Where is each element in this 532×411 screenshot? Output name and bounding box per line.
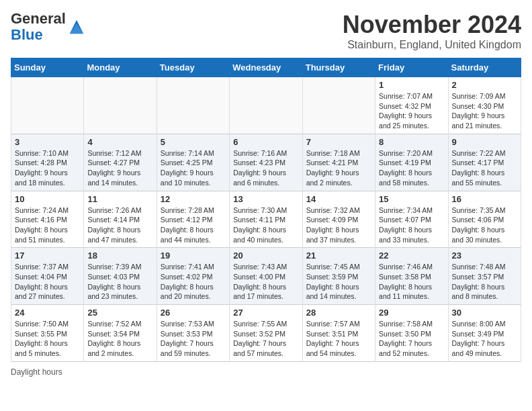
calendar-cell: 6Sunrise: 7:16 AMSunset: 4:23 PMDaylight…: [230, 134, 302, 191]
calendar-weekday-header: Monday: [84, 58, 157, 77]
title-area: November 2024 Stainburn, England, United…: [343, 11, 521, 51]
day-detail: Sunrise: 7:24 AMSunset: 4:16 PMDaylight:…: [15, 205, 80, 245]
day-number: 9: [452, 137, 517, 147]
calendar-cell: 14Sunrise: 7:32 AMSunset: 4:09 PMDayligh…: [302, 191, 375, 248]
location-title: Stainburn, England, United Kingdom: [343, 39, 521, 51]
calendar-cell: 27Sunrise: 7:55 AMSunset: 3:52 PMDayligh…: [230, 305, 302, 362]
day-number: 27: [233, 308, 298, 318]
calendar-cell: [11, 77, 84, 134]
day-number: 15: [379, 194, 444, 204]
calendar-cell: 17Sunrise: 7:37 AMSunset: 4:04 PMDayligh…: [11, 248, 84, 305]
day-detail: Sunrise: 7:09 AMSunset: 4:30 PMDaylight:…: [452, 91, 517, 131]
day-detail: Sunrise: 7:50 AMSunset: 3:55 PMDaylight:…: [15, 319, 80, 359]
day-number: 26: [161, 308, 226, 318]
calendar-cell: 24Sunrise: 7:50 AMSunset: 3:55 PMDayligh…: [11, 305, 84, 362]
calendar-weekday-header: Thursday: [302, 58, 375, 77]
day-number: 1: [379, 80, 444, 90]
day-number: 28: [306, 308, 371, 318]
calendar-header-row: SundayMondayTuesdayWednesdayThursdayFrid…: [11, 58, 521, 77]
day-detail: Sunrise: 7:26 AMSunset: 4:14 PMDaylight:…: [87, 205, 152, 245]
day-detail: Sunrise: 7:14 AMSunset: 4:25 PMDaylight:…: [161, 148, 226, 188]
day-detail: Sunrise: 7:48 AMSunset: 3:57 PMDaylight:…: [452, 262, 517, 302]
day-number: 4: [87, 137, 152, 147]
calendar-cell: 8Sunrise: 7:20 AMSunset: 4:19 PMDaylight…: [375, 134, 448, 191]
month-title: November 2024: [343, 11, 521, 39]
calendar-cell: 29Sunrise: 7:58 AMSunset: 3:50 PMDayligh…: [375, 305, 448, 362]
day-number: 2: [452, 80, 517, 90]
calendar-cell: 9Sunrise: 7:22 AMSunset: 4:17 PMDaylight…: [448, 134, 521, 191]
day-number: 8: [379, 137, 444, 147]
day-number: 30: [452, 308, 517, 318]
day-number: 22: [379, 250, 444, 261]
day-number: 13: [233, 194, 298, 204]
day-number: 23: [452, 250, 517, 261]
day-number: 20: [233, 250, 298, 261]
calendar-week-row: 24Sunrise: 7:50 AMSunset: 3:55 PMDayligh…: [11, 305, 521, 362]
day-detail: Sunrise: 7:12 AMSunset: 4:27 PMDaylight:…: [87, 148, 152, 188]
calendar-cell: 18Sunrise: 7:39 AMSunset: 4:03 PMDayligh…: [84, 248, 157, 305]
day-detail: Sunrise: 7:16 AMSunset: 4:23 PMDaylight:…: [233, 148, 298, 188]
day-detail: Sunrise: 7:18 AMSunset: 4:21 PMDaylight:…: [306, 148, 371, 188]
calendar-cell: 23Sunrise: 7:48 AMSunset: 3:57 PMDayligh…: [448, 248, 521, 305]
day-number: 17: [15, 250, 80, 261]
day-detail: Sunrise: 7:53 AMSunset: 3:53 PMDaylight:…: [161, 319, 226, 359]
day-number: 29: [379, 308, 444, 318]
day-number: 14: [306, 194, 371, 204]
calendar-cell: [230, 77, 302, 134]
day-detail: Sunrise: 7:43 AMSunset: 4:00 PMDaylight:…: [233, 262, 298, 302]
calendar-cell: 30Sunrise: 8:00 AMSunset: 3:49 PMDayligh…: [448, 305, 521, 362]
day-detail: Sunrise: 7:52 AMSunset: 3:54 PMDaylight:…: [87, 319, 152, 359]
calendar-week-row: 17Sunrise: 7:37 AMSunset: 4:04 PMDayligh…: [11, 248, 521, 305]
day-detail: Sunrise: 7:58 AMSunset: 3:50 PMDaylight:…: [379, 319, 444, 359]
calendar-cell: 10Sunrise: 7:24 AMSunset: 4:16 PMDayligh…: [11, 191, 84, 248]
calendar-cell: 16Sunrise: 7:35 AMSunset: 4:06 PMDayligh…: [448, 191, 521, 248]
calendar-week-row: 10Sunrise: 7:24 AMSunset: 4:16 PMDayligh…: [11, 191, 521, 248]
day-detail: Sunrise: 7:39 AMSunset: 4:03 PMDaylight:…: [87, 262, 152, 302]
calendar-cell: 28Sunrise: 7:57 AMSunset: 3:51 PMDayligh…: [302, 305, 375, 362]
day-number: 12: [161, 194, 226, 204]
day-detail: Sunrise: 7:57 AMSunset: 3:51 PMDaylight:…: [306, 319, 371, 359]
calendar-cell: 2Sunrise: 7:09 AMSunset: 4:30 PMDaylight…: [448, 77, 521, 134]
calendar-cell: 21Sunrise: 7:45 AMSunset: 3:59 PMDayligh…: [302, 248, 375, 305]
calendar-weekday-header: Sunday: [11, 58, 84, 77]
calendar-cell: 13Sunrise: 7:30 AMSunset: 4:11 PMDayligh…: [230, 191, 302, 248]
day-detail: Sunrise: 7:35 AMSunset: 4:06 PMDaylight:…: [452, 205, 517, 245]
calendar-table: SundayMondayTuesdayWednesdayThursdayFrid…: [11, 58, 521, 362]
day-detail: Sunrise: 7:45 AMSunset: 3:59 PMDaylight:…: [306, 262, 371, 302]
calendar-weekday-header: Friday: [375, 58, 448, 77]
calendar-weekday-header: Tuesday: [157, 58, 229, 77]
calendar-cell: 1Sunrise: 7:07 AMSunset: 4:32 PMDaylight…: [375, 77, 448, 134]
calendar-week-row: 3Sunrise: 7:10 AMSunset: 4:28 PMDaylight…: [11, 134, 521, 191]
day-number: 5: [161, 137, 226, 147]
calendar-weekday-header: Saturday: [448, 58, 521, 77]
calendar-cell: 11Sunrise: 7:26 AMSunset: 4:14 PMDayligh…: [84, 191, 157, 248]
day-number: 7: [306, 137, 371, 147]
calendar-week-row: 1Sunrise: 7:07 AMSunset: 4:32 PMDaylight…: [11, 77, 521, 134]
day-detail: Sunrise: 7:41 AMSunset: 4:02 PMDaylight:…: [161, 262, 226, 302]
logo-icon: [67, 17, 86, 36]
calendar-cell: 26Sunrise: 7:53 AMSunset: 3:53 PMDayligh…: [157, 305, 229, 362]
calendar-cell: 25Sunrise: 7:52 AMSunset: 3:54 PMDayligh…: [84, 305, 157, 362]
day-detail: Sunrise: 8:00 AMSunset: 3:49 PMDaylight:…: [452, 319, 517, 359]
day-detail: Sunrise: 7:07 AMSunset: 4:32 PMDaylight:…: [379, 91, 444, 131]
calendar-cell: 4Sunrise: 7:12 AMSunset: 4:27 PMDaylight…: [84, 134, 157, 191]
day-number: 16: [452, 194, 517, 204]
day-detail: Sunrise: 7:32 AMSunset: 4:09 PMDaylight:…: [306, 205, 371, 245]
day-number: 10: [15, 194, 80, 204]
day-detail: Sunrise: 7:22 AMSunset: 4:17 PMDaylight:…: [452, 148, 517, 188]
day-detail: Sunrise: 7:20 AMSunset: 4:19 PMDaylight:…: [379, 148, 444, 188]
day-number: 24: [15, 308, 80, 318]
calendar-cell: 22Sunrise: 7:46 AMSunset: 3:58 PMDayligh…: [375, 248, 448, 305]
calendar-cell: 15Sunrise: 7:34 AMSunset: 4:07 PMDayligh…: [375, 191, 448, 248]
day-number: 25: [87, 308, 152, 318]
day-detail: Sunrise: 7:30 AMSunset: 4:11 PMDaylight:…: [233, 205, 298, 245]
day-number: 18: [87, 250, 152, 261]
page-header: General Blue November 2024 Stainburn, En…: [11, 11, 521, 51]
day-detail: Sunrise: 7:28 AMSunset: 4:12 PMDaylight:…: [161, 205, 226, 245]
day-number: 6: [233, 137, 298, 147]
calendar-cell: 5Sunrise: 7:14 AMSunset: 4:25 PMDaylight…: [157, 134, 229, 191]
day-number: 19: [161, 250, 226, 261]
legend-label: Daylight hours: [11, 367, 62, 377]
logo: General Blue: [11, 11, 86, 43]
calendar-cell: [84, 77, 157, 134]
